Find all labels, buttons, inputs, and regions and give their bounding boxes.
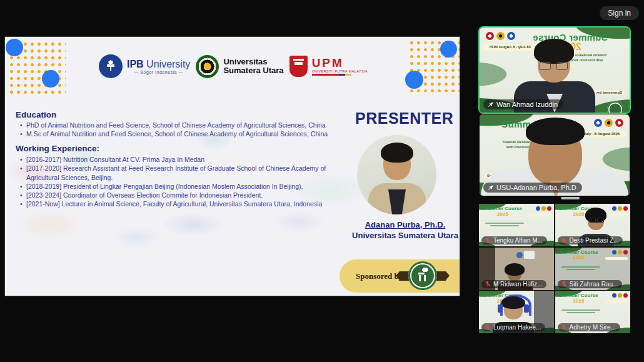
glasses-icon <box>556 62 568 70</box>
backdrop-title: Summer Course2025 <box>558 250 600 261</box>
ipb-mini-logo-icon <box>618 206 622 211</box>
participant-name: Wan Ahmad Izuddin <box>496 101 558 108</box>
backdrop-title: Summer Course2025 <box>558 293 600 304</box>
backdrop-date-bar <box>605 213 628 216</box>
video-tile-desti[interactable]: Summer Course2025 Desti Prestasi Z... <box>555 204 630 246</box>
participant-hair <box>505 263 525 276</box>
backdrop-date-bar <box>605 257 628 260</box>
participant-name: USU-Adanan Purba, Ph.D <box>496 184 576 191</box>
usu-logo: Universitas Sumatera Utara <box>196 55 283 78</box>
backdrop-logos <box>612 250 628 254</box>
backdrop-subtitle-bar <box>561 309 600 311</box>
presenter-affiliation: Universitas Sumatera Utara <box>336 231 460 240</box>
upm-logo-subtitle: UNIVERSITI PUTRA MALAYSIA <box>312 70 368 74</box>
usu-mini-logo-icon <box>612 206 616 211</box>
education-item: PhD of Animal Nutrition and Feed Science… <box>20 121 351 129</box>
sponsor-logo-icon <box>408 261 437 290</box>
pin-icon <box>487 101 494 108</box>
experience-list: [2016-2017] Nutrition Consultant At CV. … <box>20 155 350 209</box>
video-tile-ridwan[interactable]: M Ridwan Hafiz... <box>479 248 554 290</box>
upm-logo-icon <box>289 56 308 77</box>
glasses-icon <box>540 62 551 70</box>
participant-grid: Summer Course2025 Tengku Alfian M... Sum… <box>479 204 630 333</box>
participant-name: Tengku Alfian M... <box>493 237 543 244</box>
usu-mini-logo-icon <box>507 32 515 40</box>
participant-hair <box>526 118 585 145</box>
video-tile-wan-ahmad[interactable]: Summer Course 2025 Towards Resilience an… <box>480 28 630 113</box>
glasses-icon <box>589 218 596 223</box>
backdrop-date-bar <box>529 213 551 216</box>
blue-circle <box>440 41 457 58</box>
backdrop-logos <box>612 293 628 298</box>
resize-handle[interactable] <box>561 197 580 199</box>
sign-in-button[interactable]: Sign in <box>600 6 639 20</box>
backdrop-title: Summer Course2025 <box>482 206 523 218</box>
presenter-photo <box>357 135 436 214</box>
upm-mini-logo-icon <box>623 250 628 254</box>
presenter-name: Adanan Purba, Ph.D. <box>343 220 460 229</box>
ipb-logo-subtitle: — Bogor Indonesia — <box>127 70 190 74</box>
glasses-icon <box>597 218 604 223</box>
backdrop-logos <box>536 206 551 211</box>
university-logo-row: IPB University — Bogor Indonesia — Unive… <box>99 51 368 82</box>
video-tile-adhetry[interactable]: Summer Course2025 Adhetry M Sire... <box>555 291 630 333</box>
ipb-logo-text: University <box>144 59 191 69</box>
upm-mini-logo-icon <box>486 32 494 40</box>
backdrop-logos <box>612 206 628 211</box>
sponsor-pill: Sponsored by: <box>340 259 460 293</box>
video-tile-adanan-purba[interactable]: Summer Course 2025 Towards Resilience an… <box>480 114 630 196</box>
usu-mini-logo-icon <box>612 293 616 298</box>
ipb-mini-logo-icon <box>618 293 622 298</box>
participant-name-tag: Luqman Hakee... <box>481 323 545 331</box>
presentation-slide: IPB University — Bogor Indonesia — Unive… <box>5 37 460 296</box>
upm-mini-logo-icon <box>623 293 628 298</box>
video-tile-siti[interactable]: Summer Course2025 Siti Zahraa Rau... <box>555 248 630 290</box>
participant-name-tag: Wan Ahmad Izuddin <box>483 99 563 109</box>
video-tile-luqman[interactable]: Summer Course2025 Luqman Hakee... <box>479 291 554 333</box>
backdrop-subtitle-bar <box>485 223 524 224</box>
upm-mini-logo-icon <box>623 206 628 211</box>
pin-icon <box>487 184 494 191</box>
ipb-mini-logo-icon <box>618 250 622 254</box>
meeting-window: { "header": { "sign_in": "Sign in" }, "s… <box>0 0 644 362</box>
upm-logo: UPM UNIVERSITI PUTRA MALAYSIA <box>289 56 368 77</box>
backdrop-subtitle-bar <box>566 312 595 313</box>
backdrop-subtitle-bar <box>566 269 595 270</box>
participant-name: Siti Zahraa Rau... <box>570 281 618 288</box>
participant-name: Desti Prestasi Z... <box>570 237 619 244</box>
participant-name: M Ridwan Hafiz... <box>493 281 542 288</box>
ipb-mini-logo-icon <box>496 32 505 40</box>
experience-item: [2018-2019] President of Lingkar Pengaji… <box>20 182 350 191</box>
participant-name-tag: M Ridwan Hafiz... <box>481 280 546 288</box>
education-heading: Education <box>16 110 56 119</box>
muted-mic-icon <box>485 324 491 331</box>
upm-logo-strip <box>312 74 351 76</box>
experience-item: [2023-2024] Coordinator of Overseas Elec… <box>20 191 350 199</box>
usu-mini-logo-icon <box>594 119 602 127</box>
experience-heading: Working Experience: <box>16 144 99 153</box>
ipb-mini-logo-icon <box>541 206 546 211</box>
backdrop-logos <box>594 119 623 127</box>
backdrop-subtitle-bar <box>490 225 519 226</box>
usu-logo-icon <box>196 55 219 78</box>
blue-circle <box>6 39 23 56</box>
wall-logo-icon <box>516 252 523 258</box>
muted-mic-icon <box>561 324 567 331</box>
experience-item: [2016-2017] Nutrition Consultant At CV. … <box>20 155 350 164</box>
headphone-earcup-icon <box>498 304 503 313</box>
video-tile-tengku[interactable]: Summer Course2025 Tengku Alfian M... <box>479 204 554 246</box>
backdrop-sponsor-logo-icon <box>607 101 623 113</box>
muted-mic-icon <box>485 281 491 287</box>
presenter-photo-hair <box>381 143 413 163</box>
backdrop-date: 28 July - 8 August 2025 <box>483 44 537 51</box>
participant-name-tag: Tengku Alfian M... <box>481 236 547 244</box>
blue-circle <box>42 70 59 88</box>
participant-hair <box>534 39 574 64</box>
presenter-heading: PRESENTER <box>355 109 449 128</box>
muted-mic-icon <box>561 281 567 287</box>
backdrop-date-bar <box>605 300 628 303</box>
blue-circle <box>405 71 423 89</box>
upm-mini-logo-icon <box>615 119 623 127</box>
education-item: M.Sc of Animal Nutrition and Feed Scienc… <box>20 129 351 138</box>
participant-name-tag: Siti Zahraa Rau... <box>558 280 623 288</box>
